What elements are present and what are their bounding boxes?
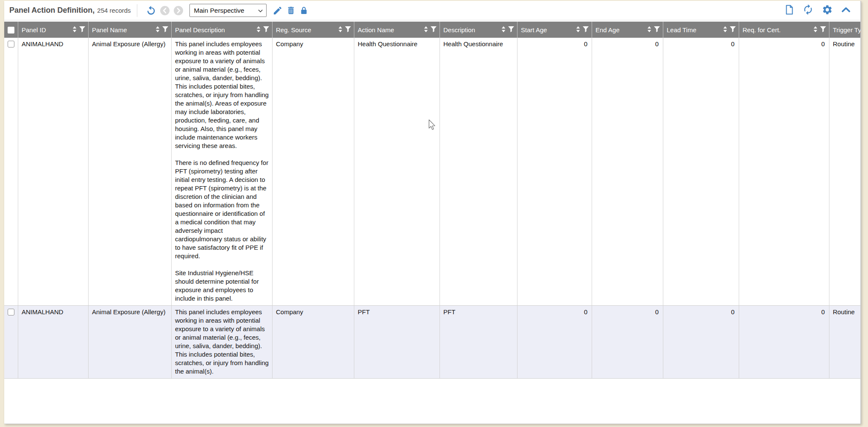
- filter-icon[interactable]: [431, 26, 437, 33]
- cell-reg-source: Company: [273, 38, 354, 306]
- filter-icon[interactable]: [79, 26, 85, 33]
- filter-icon[interactable]: [263, 26, 269, 33]
- cell-panel-description: This panel includes employees working in…: [172, 306, 273, 379]
- settings-button[interactable]: [822, 4, 833, 15]
- panel-action-definition-window: Panel Action Definition, 254 records Mai…: [4, 1, 861, 424]
- perspective-select[interactable]: Main Perspective: [189, 4, 267, 17]
- refresh-icon: [802, 4, 814, 15]
- page-title: Panel Action Definition,: [9, 6, 95, 15]
- row-select-cell: [4, 306, 18, 379]
- sort-icon[interactable]: [647, 26, 651, 33]
- filter-icon[interactable]: [508, 26, 514, 33]
- document-icon: [784, 4, 795, 15]
- delete-perspective-button[interactable]: [286, 6, 296, 15]
- sort-icon[interactable]: [501, 26, 506, 33]
- filter-icon[interactable]: [654, 26, 660, 33]
- column-header-action-name[interactable]: Action Name: [354, 22, 440, 38]
- cell-panel-name: Animal Exposure (Allergy): [89, 306, 172, 379]
- cell-start-age: 0: [517, 306, 592, 379]
- column-header-lead-time[interactable]: Lead Time: [663, 22, 739, 38]
- next-circle-icon: [173, 6, 184, 16]
- undo-button[interactable]: [146, 5, 156, 16]
- column-header-end-age[interactable]: End Age: [592, 22, 663, 38]
- cell-trigger-type: Routine: [829, 306, 860, 379]
- column-header-reg-source[interactable]: Reg. Source: [273, 22, 354, 38]
- cell-lead-time: 0: [663, 306, 739, 379]
- gear-icon: [822, 4, 833, 15]
- filter-icon[interactable]: [583, 26, 589, 33]
- previous-button[interactable]: [160, 6, 170, 16]
- new-document-button[interactable]: [784, 4, 795, 15]
- collapse-panel-button[interactable]: [840, 4, 851, 15]
- panel-action-table: Panel ID Panel Name Panel Description Re…: [4, 22, 860, 379]
- column-header-trigger-type[interactable]: Trigger Ty: [829, 22, 860, 38]
- cell-panel-id: ANIMALHAND: [18, 38, 89, 306]
- row-checkbox[interactable]: [8, 309, 14, 315]
- column-header-panel-description[interactable]: Panel Description: [172, 22, 273, 38]
- lock-icon: [299, 6, 309, 15]
- sort-icon[interactable]: [723, 26, 727, 33]
- toolbar-right-group: [781, 4, 854, 17]
- toolbar: Panel Action Definition, 254 records Mai…: [4, 1, 860, 20]
- cell-end-age: 0: [592, 38, 663, 306]
- cell-panel-name: Animal Exposure (Allergy): [89, 38, 172, 306]
- sort-icon[interactable]: [813, 26, 818, 33]
- row-checkbox[interactable]: [8, 41, 14, 47]
- cell-trigger-type: Routine: [829, 38, 860, 306]
- cell-lead-time: 0: [663, 38, 739, 306]
- data-grid: Panel ID Panel Name Panel Description Re…: [4, 20, 860, 424]
- filter-icon[interactable]: [820, 26, 826, 33]
- sort-icon[interactable]: [256, 26, 261, 33]
- sort-icon[interactable]: [72, 26, 77, 33]
- record-count: 254 records: [97, 7, 131, 14]
- chevron-up-icon: [840, 4, 851, 15]
- prev-circle-icon: [160, 6, 170, 16]
- column-header-start-age[interactable]: Start Age: [517, 22, 592, 38]
- filter-icon[interactable]: [162, 26, 168, 33]
- cell-panel-description: This panel includes employees working in…: [172, 38, 273, 306]
- edit-perspective-button[interactable]: [273, 6, 283, 16]
- undo-icon: [146, 5, 156, 16]
- cell-description: Health Questionnaire: [440, 38, 517, 306]
- cell-req-for-cert: 0: [739, 38, 829, 306]
- cell-reg-source: Company: [273, 306, 354, 379]
- sort-icon[interactable]: [156, 26, 160, 33]
- column-header-panel-name[interactable]: Panel Name: [89, 22, 172, 38]
- next-button[interactable]: [173, 6, 184, 16]
- column-header-panel-id[interactable]: Panel ID: [18, 22, 89, 38]
- sort-icon[interactable]: [424, 26, 428, 33]
- cell-req-for-cert: 0: [739, 306, 829, 379]
- cell-action-name: PFT: [354, 306, 440, 379]
- cell-start-age: 0: [517, 38, 592, 306]
- header-row: Panel ID Panel Name Panel Description Re…: [4, 22, 860, 38]
- cell-end-age: 0: [592, 306, 663, 379]
- select-all-header: [4, 22, 18, 38]
- lock-perspective-button[interactable]: [299, 6, 309, 15]
- select-all-checkbox[interactable]: [8, 27, 14, 33]
- cell-description: PFT: [440, 306, 517, 379]
- grid-body: ANIMALHAND Animal Exposure (Allergy) Thi…: [4, 38, 860, 379]
- filter-icon[interactable]: [730, 26, 736, 33]
- sort-icon[interactable]: [576, 26, 580, 33]
- row-select-cell: [4, 38, 18, 306]
- column-header-description[interactable]: Description: [440, 22, 517, 38]
- table-row[interactable]: ANIMALHAND Animal Exposure (Allergy) Thi…: [4, 306, 860, 379]
- filter-icon[interactable]: [345, 26, 351, 33]
- cell-panel-id: ANIMALHAND: [18, 306, 89, 379]
- pencil-icon: [273, 6, 283, 16]
- table-row[interactable]: ANIMALHAND Animal Exposure (Allergy) Thi…: [4, 38, 860, 306]
- column-header-req-for-cert[interactable]: Req. for Cert.: [739, 22, 829, 38]
- trash-icon: [286, 6, 296, 15]
- refresh-button[interactable]: [802, 4, 814, 15]
- toolbar-divider: [137, 4, 137, 17]
- sort-icon[interactable]: [338, 26, 342, 33]
- cell-action-name: Health Questionnaire: [354, 38, 440, 306]
